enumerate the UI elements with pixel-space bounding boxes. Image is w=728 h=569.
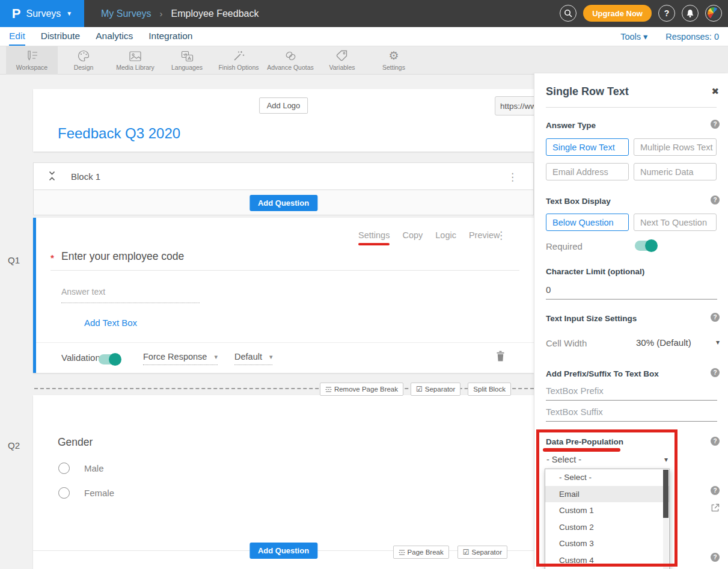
toolbar-item-label: Workspace bbox=[16, 64, 47, 71]
checked-checkbox-icon: ☑ bbox=[463, 548, 470, 556]
question-tab-logic[interactable]: Logic bbox=[435, 230, 456, 245]
chevron-down-icon[interactable]: ▾ bbox=[716, 338, 720, 346]
answer-option-label: Female bbox=[84, 488, 114, 498]
answer-type-multiple-rows-text[interactable]: Multiple Rows Text bbox=[634, 138, 717, 156]
add-text-box-link[interactable]: Add Text Box bbox=[84, 318, 137, 328]
page-break-button[interactable]: Page Break bbox=[393, 546, 449, 559]
nav-right-group: Tools ▾ Responses: 0 bbox=[620, 32, 719, 46]
dropdown-option-custom2[interactable]: Custom 2 bbox=[545, 519, 669, 536]
external-link-icon[interactable] bbox=[711, 503, 720, 512]
tab-distribute[interactable]: Distribute bbox=[41, 31, 80, 46]
add-question-button-top[interactable]: Add Question bbox=[249, 195, 317, 211]
question-action-tabs: Settings Copy Logic Preview bbox=[358, 230, 500, 245]
account-avatar[interactable] bbox=[705, 5, 722, 22]
toolbar-item-media-library[interactable]: Media Library bbox=[109, 46, 161, 75]
answer-text-input[interactable] bbox=[61, 287, 200, 303]
display-below-question[interactable]: Below Question bbox=[546, 214, 629, 231]
answer-type-single-row-text[interactable]: Single Row Text bbox=[546, 138, 629, 156]
app-window: P Surveys ▼ My Surveys › Employee Feedba… bbox=[0, 0, 728, 569]
cell-width-label: Cell Width bbox=[546, 338, 587, 348]
block-name[interactable]: Block 1 bbox=[71, 171, 100, 182]
notifications-button[interactable] bbox=[682, 5, 699, 22]
question-text-q2[interactable]: Gender bbox=[58, 436, 93, 449]
help-icon[interactable]: ? bbox=[711, 486, 720, 495]
chevron-down-icon: ▾ bbox=[214, 353, 218, 361]
question-number-q2: Q2 bbox=[8, 440, 20, 451]
toolbar-item-finish-options[interactable]: Finish Options bbox=[213, 46, 265, 75]
delete-question-button[interactable] bbox=[496, 351, 505, 361]
add-logo-button[interactable]: Add Logo bbox=[259, 97, 308, 114]
bottom-break-buttons: Page Break ☑ Separator bbox=[393, 546, 507, 559]
validation-toggle[interactable] bbox=[99, 354, 121, 364]
textbox-suffix-input[interactable] bbox=[546, 407, 717, 422]
toolbar-item-workspace[interactable]: Workspace bbox=[6, 46, 58, 75]
dropdown-scrollbar-thumb[interactable] bbox=[663, 470, 668, 518]
question-text-underline bbox=[50, 270, 519, 271]
panel-title: Single Row Text bbox=[546, 85, 629, 98]
toolbar-item-design[interactable]: Design bbox=[58, 46, 109, 75]
textbox-prefix-input[interactable] bbox=[546, 386, 717, 401]
help-button[interactable]: ? bbox=[658, 5, 675, 22]
radio-button-icon[interactable] bbox=[58, 463, 70, 474]
search-button[interactable] bbox=[560, 5, 577, 22]
close-icon[interactable]: ✖ bbox=[711, 86, 719, 97]
help-icon[interactable]: ? bbox=[711, 437, 720, 446]
survey-title[interactable]: Feedback Q3 2020 bbox=[58, 125, 180, 142]
dropdown-option-custom1[interactable]: Custom 1 bbox=[545, 502, 669, 519]
breadcrumb-my-surveys[interactable]: My Surveys bbox=[101, 8, 151, 19]
force-response-select[interactable]: Force Response ▾ bbox=[143, 352, 218, 365]
radio-button-icon[interactable] bbox=[58, 487, 70, 499]
upgrade-now-button[interactable]: Upgrade Now bbox=[583, 5, 652, 22]
responses-count[interactable]: Responses: 0 bbox=[665, 32, 719, 42]
answer-type-email-address[interactable]: Email Address bbox=[546, 163, 629, 180]
toolbar-item-advance-quotas[interactable]: Advance Quotas bbox=[265, 46, 316, 75]
separator-button-bottom[interactable]: ☑ Separator bbox=[457, 546, 507, 559]
answer-option-male[interactable]: Male bbox=[58, 463, 104, 474]
product-switcher[interactable]: P Surveys ▼ bbox=[0, 0, 84, 27]
add-question-button-bottom[interactable]: Add Question bbox=[249, 543, 317, 559]
required-toggle[interactable] bbox=[635, 241, 657, 251]
separator-button[interactable]: ☑ Separator bbox=[411, 383, 460, 396]
question-tab-settings[interactable]: Settings bbox=[358, 230, 390, 245]
collapse-block-button[interactable] bbox=[48, 171, 56, 181]
help-icon[interactable]: ? bbox=[711, 120, 720, 129]
tab-integration[interactable]: Integration bbox=[148, 31, 192, 46]
toolbar-item-languages[interactable]: Languages bbox=[161, 46, 213, 75]
help-icon[interactable]: ? bbox=[711, 553, 720, 562]
tab-edit[interactable]: Edit bbox=[9, 31, 25, 46]
trash-icon bbox=[496, 351, 505, 361]
dropdown-scrollbar-track[interactable] bbox=[663, 470, 668, 569]
toggle-knob bbox=[109, 353, 121, 366]
chevron-down-icon: ▾ bbox=[269, 353, 273, 361]
help-icon[interactable]: ? bbox=[711, 368, 720, 377]
answer-type-numeric-data[interactable]: Numeric Data bbox=[634, 163, 717, 180]
chain-links-icon bbox=[284, 50, 297, 62]
question-tab-copy[interactable]: Copy bbox=[402, 230, 423, 245]
display-next-to-question[interactable]: Next To Question bbox=[634, 214, 717, 231]
help-icon[interactable]: ? bbox=[711, 313, 720, 322]
dropdown-option-email[interactable]: Email bbox=[545, 486, 669, 503]
toolbar-item-settings[interactable]: ⚙ Settings bbox=[368, 46, 420, 75]
question-menu-dots[interactable]: ⋮ bbox=[496, 229, 506, 242]
help-icon[interactable]: ? bbox=[711, 195, 720, 205]
answer-option-female[interactable]: Female bbox=[58, 487, 114, 499]
validation-default-select[interactable]: Default ▾ bbox=[234, 352, 272, 365]
toolbar-item-variables[interactable]: Variables bbox=[316, 46, 368, 75]
question-tab-preview[interactable]: Preview bbox=[469, 230, 500, 245]
character-limit-input[interactable] bbox=[546, 284, 717, 300]
split-block-button[interactable]: Split Block bbox=[468, 383, 511, 396]
data-pre-population-select[interactable]: - Select - ▾ bbox=[545, 455, 670, 464]
gear-icon: ⚙ bbox=[388, 50, 399, 62]
dropdown-option-select[interactable]: - Select - bbox=[545, 469, 669, 486]
tools-menu[interactable]: Tools ▾ bbox=[620, 32, 647, 42]
cell-width-value[interactable]: 30% (Default) bbox=[636, 337, 691, 348]
dropdown-option-custom4[interactable]: Custom 4 bbox=[545, 552, 669, 569]
dropdown-option-custom3[interactable]: Custom 3 bbox=[545, 535, 669, 552]
question-text-q1[interactable]: Enter your employee code bbox=[61, 250, 184, 263]
block-menu-dots[interactable]: ⋮ bbox=[507, 171, 518, 183]
checked-checkbox-icon: ☑ bbox=[416, 385, 423, 393]
toolbar-item-label: Advance Quotas bbox=[267, 64, 314, 71]
tab-analytics[interactable]: Analytics bbox=[96, 31, 133, 46]
toolbar-item-label: Design bbox=[74, 64, 94, 71]
remove-page-break-button[interactable]: Remove Page Break bbox=[320, 383, 403, 396]
